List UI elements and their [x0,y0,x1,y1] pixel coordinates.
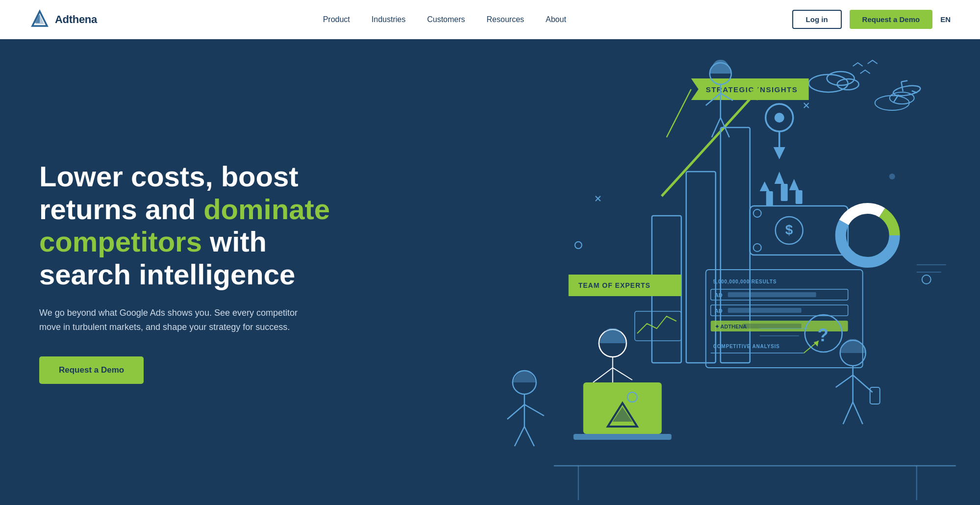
svg-text:✦ ADTHENA: ✦ ADTHENA [714,324,746,329]
svg-text:TEAM OF EXPERTS: TEAM OF EXPERTS [578,281,650,289]
adthena-logo-icon [29,9,50,30]
svg-rect-49 [742,324,801,328]
svg-point-34 [753,209,761,217]
svg-point-35 [753,244,761,252]
logo-link[interactable]: Adthena [29,9,97,30]
svg-marker-25 [759,181,769,191]
request-demo-button-hero[interactable]: Request a Demo [39,356,144,384]
svg-line-102 [524,427,534,446]
svg-line-20 [661,88,759,196]
logo-text: Adthena [55,13,97,26]
svg-line-99 [507,404,524,419]
svg-text:$: $ [785,222,793,237]
svg-rect-75 [870,387,879,404]
request-demo-button-nav[interactable]: Request a Demo [850,10,933,29]
svg-rect-89 [634,311,681,341]
svg-rect-26 [766,191,773,206]
svg-line-64 [593,368,612,382]
svg-point-17 [774,113,784,123]
hero-content: Lower costs, boost returns and dominate … [39,160,353,384]
svg-line-101 [514,427,524,446]
svg-line-10 [901,80,907,81]
svg-rect-23 [686,172,715,363]
nav-item-product[interactable]: Product [323,15,350,24]
nav-actions: Log in Request a Demo EN [792,10,951,29]
svg-rect-30 [795,190,802,204]
svg-marker-29 [789,179,799,190]
hero-illustration: STRATEGIC INSIGHTS [412,39,980,505]
svg-rect-31 [750,206,848,255]
svg-text:5,000,000,000 RESULTS: 5,000,000,000 RESULTS [713,279,776,284]
svg-line-100 [524,404,544,416]
nav-links: Product Industries Customers Resources A… [323,15,566,24]
navbar: Adthena Product Industries Customers Res… [0,0,980,39]
svg-line-76 [835,375,853,387]
svg-rect-71 [573,434,671,440]
svg-point-81 [575,242,581,249]
svg-text:?: ? [817,325,828,345]
svg-line-78 [853,402,862,424]
svg-point-6 [875,96,909,110]
svg-rect-46 [728,308,801,313]
hero-section: Lower costs, boost returns and dominate … [0,39,980,505]
language-selector[interactable]: EN [940,15,951,24]
hero-subtitle: We go beyond what Google Ads shows you. … [39,306,314,335]
svg-text:AD: AD [714,292,722,298]
nav-item-resources[interactable]: Resources [487,15,524,24]
svg-point-82 [889,174,895,179]
svg-line-9 [901,82,903,92]
svg-point-3 [808,75,848,92]
nav-item-industries[interactable]: Industries [372,15,405,24]
nav-item-customers[interactable]: Customers [427,15,465,24]
svg-point-83 [922,275,930,284]
svg-rect-28 [780,184,787,201]
svg-line-77 [843,402,853,424]
nav-item-about[interactable]: About [546,15,566,24]
hero-title: Lower costs, boost returns and dominate … [39,160,353,291]
login-button[interactable]: Log in [792,10,842,29]
svg-rect-43 [728,292,816,297]
svg-text:COMPETITIVE ANALYSIS: COMPETITIVE ANALYSIS [713,344,779,349]
svg-marker-19 [773,147,785,159]
svg-point-8 [892,84,921,97]
svg-text:AD: AD [714,308,722,314]
svg-marker-27 [774,172,784,184]
svg-line-65 [612,368,632,380]
svg-line-15 [666,89,691,137]
